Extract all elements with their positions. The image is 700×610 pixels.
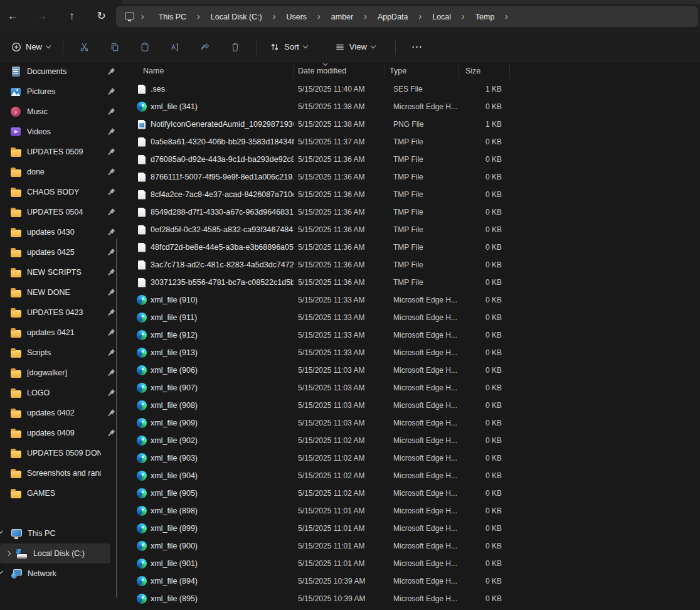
- sidebar-item-updates-0509-done[interactable]: UPDATES 0509 DONE: [0, 443, 123, 463]
- file-name-cell: xml_file (913): [123, 348, 294, 358]
- refresh-button[interactable]: ↻: [91, 6, 112, 26]
- file-row[interactable]: xml_file (905) 5/15/2025 11:02 AM Micros…: [123, 484, 700, 502]
- file-row[interactable]: xml_file (912) 5/15/2025 11:33 AM Micros…: [123, 326, 700, 344]
- file-row[interactable]: xml_file (909) 5/15/2025 11:03 AM Micros…: [123, 414, 700, 432]
- file-row[interactable]: xml_file (341) 5/15/2025 11:38 AM Micros…: [123, 98, 700, 115]
- column-header-type[interactable]: Type: [384, 63, 459, 78]
- sidebar-item-local-disk-c[interactable]: Local Disk (C:): [0, 543, 110, 564]
- file-date-modified: 5/15/2025 11:33 AM: [294, 348, 384, 357]
- sidebar-item-music[interactable]: ♪ Music: [0, 102, 123, 122]
- paste-button[interactable]: [132, 36, 157, 58]
- breadcrumb-item: Users ›: [281, 10, 326, 24]
- sidebar-item-updates-0423[interactable]: UPDATES 0423: [0, 302, 123, 323]
- sidebar-item-updates-0425[interactable]: updates 0425: [0, 242, 123, 262]
- rename-icon: [170, 42, 180, 52]
- view-button[interactable]: View: [329, 36, 381, 58]
- copy-button[interactable]: [102, 36, 127, 58]
- pin-icon: [105, 105, 117, 118]
- file-size: 0 KB: [459, 436, 510, 445]
- file-row[interactable]: d76085a0-d92e-443a-9c1d-ba293de92c87... …: [123, 151, 700, 168]
- sidebar-item-updates-0509[interactable]: UPDATES 0509: [0, 142, 123, 162]
- file-row[interactable]: 8cf4a2ce-7ac8-4e37-acad-8426087a710c....…: [123, 186, 700, 203]
- file-row[interactable]: xml_file (903) 5/15/2025 11:02 AM Micros…: [123, 449, 700, 467]
- column-header-date-modified[interactable]: Date modified: [294, 63, 384, 78]
- file-type: TMP File: [384, 137, 459, 146]
- sidebar-item-done[interactable]: done: [0, 162, 123, 182]
- file-row[interactable]: xml_file (911) 5/15/2025 11:33 AM Micros…: [123, 309, 700, 326]
- sidebar-item-this-pc[interactable]: This PC: [0, 523, 123, 543]
- sidebar-item-pictures[interactable]: Pictures: [0, 82, 123, 102]
- share-icon: [200, 42, 210, 52]
- sidebar-scrollbar[interactable]: [116, 238, 117, 597]
- column-header-name[interactable]: Name: [123, 63, 294, 78]
- sidebar-item-chaos-body[interactable]: CHAOS BODY: [0, 182, 123, 202]
- pin-icon: [105, 166, 117, 178]
- file-name-cell: 0a5e8a61-4320-406b-bb29-3583d18434f7....: [123, 137, 294, 147]
- file-row[interactable]: 8766111f-5007-4f95-9e9f-8ed1a006c219.t..…: [123, 168, 700, 186]
- file-row[interactable]: xml_file (898) 5/15/2025 11:01 AM Micros…: [123, 502, 700, 520]
- sidebar-item-updates-0504[interactable]: UPDATES 0504: [0, 202, 123, 222]
- sidebar-item-updates-0402[interactable]: updates 0402: [0, 403, 123, 423]
- file-row[interactable]: 0ef28d5f-0c32-4585-a832-ca93f3467484.t..…: [123, 221, 700, 238]
- folder-icon: [10, 488, 21, 499]
- cut-button[interactable]: [72, 36, 97, 58]
- file-row[interactable]: xml_file (910) 5/15/2025 11:33 AM Micros…: [123, 291, 700, 309]
- file-row[interactable]: NotifyIconGeneratedAumid_10929871936... …: [123, 115, 700, 133]
- file-row[interactable]: xml_file (894) 5/15/2025 10:39 AM Micros…: [123, 572, 700, 590]
- file-row[interactable]: xml_file (904) 5/15/2025 11:02 AM Micros…: [123, 467, 700, 484]
- see-more-button[interactable]: ⋯: [405, 36, 430, 58]
- pin-icon: [105, 85, 117, 98]
- file-row[interactable]: xml_file (907) 5/15/2025 11:03 AM Micros…: [123, 379, 700, 397]
- file-row[interactable]: xml_file (908) 5/15/2025 11:03 AM Micros…: [123, 397, 700, 414]
- forward-button[interactable]: →: [32, 6, 53, 26]
- file-row[interactable]: 48fcd72d-be8e-44e5-a3ba-e3b68896a059... …: [123, 238, 700, 256]
- file-name-cell: 0ef28d5f-0c32-4585-a832-ca93f3467484.t..…: [123, 225, 294, 235]
- file-row[interactable]: xml_file (902) 5/15/2025 11:02 AM Micros…: [123, 432, 700, 449]
- file-size: 0 KB: [459, 296, 510, 304]
- rename-button[interactable]: [162, 36, 188, 58]
- pin-icon: [105, 427, 117, 439]
- file-row[interactable]: xml_file (900) 5/15/2025 11:01 AM Micros…: [123, 537, 700, 555]
- address-bar[interactable]: › This PC › Local Disk (C:) › Users › am…: [116, 6, 698, 27]
- file-row[interactable]: xml_file (913) 5/15/2025 11:33 AM Micros…: [123, 344, 700, 361]
- sidebar-item-updates-0430[interactable]: updates 0430: [0, 222, 123, 242]
- chevron-down-icon[interactable]: [0, 569, 3, 574]
- file-type: Microsoft Edge H...: [384, 102, 459, 111]
- file-row[interactable]: xml_file (906) 5/15/2025 11:03 AM Micros…: [123, 361, 700, 379]
- share-button[interactable]: [193, 36, 218, 58]
- chevron-down-icon[interactable]: [0, 528, 3, 533]
- file-row[interactable]: xml_file (901) 5/15/2025 11:01 AM Micros…: [123, 555, 700, 572]
- folder-icon: [10, 388, 21, 399]
- file-row[interactable]: .ses 5/15/2025 11:40 AM SES File 1 KB: [123, 80, 700, 98]
- file-row[interactable]: 8549d288-d7f1-4330-a67c-963d96468314....…: [123, 203, 700, 221]
- sidebar-item-dogwalker[interactable]: [dogwalker]: [0, 363, 123, 383]
- up-button[interactable]: ↑: [61, 6, 82, 26]
- file-row[interactable]: 0a5e8a61-4320-406b-bb29-3583d18434f7....…: [123, 133, 700, 151]
- file-row[interactable]: 30371235-b556-4781-bc7a-c08522c1d5b4... …: [123, 274, 700, 291]
- sidebar-item-updates-0409[interactable]: updates 0409: [0, 423, 123, 443]
- file-name-cell: xml_file (903): [123, 453, 294, 463]
- back-button[interactable]: ←: [3, 6, 23, 26]
- sidebar-item-videos[interactable]: Videos: [0, 122, 123, 142]
- delete-button[interactable]: [223, 36, 248, 58]
- file-row[interactable]: 3ac7c718-ad2c-481c-8283-4a5d3dc74724... …: [123, 256, 700, 274]
- sidebar-item-games[interactable]: GAMES: [0, 483, 123, 503]
- sidebar-item-logo[interactable]: LOGO: [0, 383, 123, 403]
- file-row[interactable]: xml_file (895) 5/15/2025 10:39 AM Micros…: [123, 590, 700, 607]
- file-name: .ses: [151, 85, 165, 94]
- edge-icon: [137, 418, 147, 428]
- sort-button[interactable]: Sort: [263, 36, 314, 58]
- column-header-size[interactable]: Size: [459, 63, 510, 78]
- sidebar-item-documents[interactable]: Documents: [0, 62, 123, 82]
- sidebar-item-network[interactable]: Network: [0, 564, 123, 584]
- sidebar-item-scripts[interactable]: Scripts: [0, 343, 123, 363]
- sidebar-item-new-done[interactable]: NEW DONE: [0, 282, 123, 302]
- chevron-right-icon[interactable]: [6, 551, 11, 556]
- file-row[interactable]: xml_file (899) 5/15/2025 11:01 AM Micros…: [123, 520, 700, 537]
- sidebar-item-new-scripts[interactable]: NEW SCRIPTS: [0, 262, 123, 282]
- file-date-modified: 5/15/2025 11:01 AM: [294, 542, 384, 550]
- sidebar-item-screenshots-and-random-f[interactable]: Screenshots and random f: [0, 463, 123, 483]
- sidebar-item-updates-0421[interactable]: updates 0421: [0, 323, 123, 343]
- new-button[interactable]: New: [5, 36, 56, 58]
- file-size: 0 KB: [459, 260, 510, 269]
